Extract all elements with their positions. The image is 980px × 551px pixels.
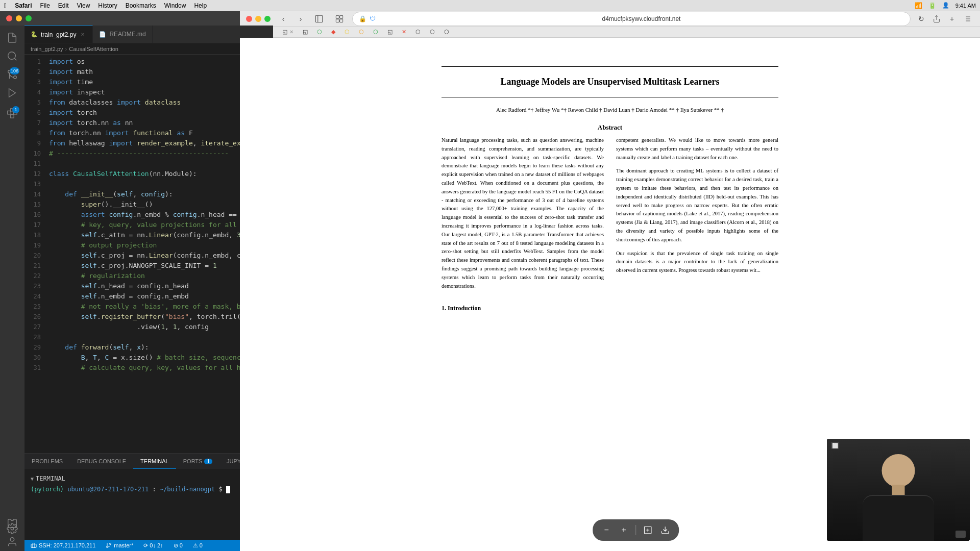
bookmark-item-8[interactable]: ⬡ — [355, 28, 368, 36]
bookmark-item-3[interactable]: ◱ ✕ — [278, 28, 298, 36]
safari-sidebar-button[interactable] — [311, 14, 327, 23]
status-ssh[interactable]: SSH: 207.211.170.211 — [29, 542, 97, 548]
panel-tabs-bar: PROBLEMS DEBUG CONSOLE TERMINAL PORTS 1 … — [24, 454, 273, 469]
pdf-zoom-out-button[interactable]: − — [599, 522, 614, 538]
vscode-close-button[interactable] — [6, 15, 12, 21]
menu-view[interactable]: View — [77, 2, 90, 9]
bookmark-icon-6: ◆ — [331, 29, 335, 35]
tab-train-gpt2[interactable]: 🐍 train_gpt2.py ✕ — [24, 26, 93, 43]
source-control-badge: 106 — [10, 67, 19, 74]
safari-share-button[interactable] — [930, 12, 943, 26]
bookmark-icon-9: ⬡ — [373, 29, 378, 35]
search-icon[interactable] — [4, 48, 20, 64]
system-icon-wifi[interactable]: 📶 — [915, 2, 922, 9]
svg-rect-8 — [11, 115, 14, 118]
bookmark-github-4[interactable]: ⬡ — [440, 28, 453, 36]
tab-readme[interactable]: 📄 README.md — [93, 26, 152, 43]
video-feed: ⬜ — [827, 439, 970, 541]
video-overlay[interactable]: ⬜ — [827, 439, 970, 541]
safari-tab-list-button[interactable] — [961, 12, 974, 26]
terminal-path: ~/build-nanogpt — [160, 486, 215, 493]
safari-bookmarks-bar: ⬡ ⊕ ✕ ◱ ✕ ◱ ⬡ ◆ — [240, 26, 980, 37]
menu-window[interactable]: Window — [164, 2, 186, 9]
system-clock: 9:41 AM — [955, 3, 976, 9]
bookmark-item-5[interactable]: ⬡ — [313, 28, 326, 36]
alcorn-link[interactable]: Alcorn et al., 2018 — [729, 219, 770, 225]
tab-debug-console[interactable]: DEBUG CONSOLE — [70, 454, 133, 469]
errors-label: ⊘ 0 — [174, 542, 183, 549]
bookmark-github-3[interactable]: ⬡ — [426, 28, 439, 36]
bookmark-github-2[interactable]: ⬡ — [411, 28, 425, 36]
tab-ports[interactable]: PORTS 1 — [176, 454, 219, 469]
safari-maximize-button[interactable] — [264, 16, 271, 22]
terminal-content[interactable]: ▼ TERMINAL (pytorch) ubuntu@207-211-170-… — [24, 469, 273, 540]
paper-abstract-heading: Abstract — [442, 122, 778, 133]
tab-terminal[interactable]: TERMINAL — [133, 454, 176, 469]
person-neck — [892, 485, 905, 495]
branch-icon — [106, 542, 112, 548]
code-editor[interactable]: 1 2 3 4 5 6 7 8 9 10 11 12 13 — [24, 55, 273, 453]
fit-page-icon — [643, 525, 652, 535]
code-content[interactable]: import os import math import time import… — [45, 55, 273, 453]
run-debug-icon[interactable] — [4, 85, 20, 101]
system-icon-user[interactable]: 👤 — [942, 2, 949, 9]
menu-file[interactable]: File — [40, 2, 50, 9]
status-sync[interactable]: ⟳ 0↓ 2↑ — [141, 542, 165, 549]
python-file-icon: 🐍 — [31, 31, 38, 38]
extensions-icon[interactable]: 1 — [4, 105, 20, 121]
source-control-icon[interactable]: 106 — [4, 66, 20, 83]
safari-content[interactable]: Language Models are Unsupervised Multita… — [240, 38, 980, 551]
bookmark-item-11[interactable]: ✕ — [398, 28, 410, 36]
safari-add-tab-button[interactable]: + — [945, 12, 959, 26]
pdf-download-button[interactable] — [657, 522, 673, 538]
pdf-controls: − + — [593, 519, 679, 541]
bookmark-item-4[interactable]: ◱ — [299, 28, 312, 36]
breadcrumb-class[interactable]: CausalSelfAttention — [69, 46, 118, 52]
files-icon[interactable] — [4, 30, 20, 46]
tab-problems[interactable]: PROBLEMS — [24, 454, 70, 469]
lock-icon: 🔒 — [359, 15, 366, 22]
status-errors[interactable]: ⊘ 0 — [172, 542, 185, 549]
safari-tab-overview[interactable] — [333, 12, 346, 26]
bookmark-close-3[interactable]: ✕ — [289, 29, 293, 35]
jia-link[interactable]: Jia & Liang, 2017 — [636, 219, 676, 225]
vscode-minimize-button[interactable] — [16, 15, 22, 21]
safari-actions: ↻ + — [915, 12, 974, 26]
safari-minimize-button[interactable] — [255, 16, 261, 22]
status-warnings[interactable]: ⚠ 0 — [191, 542, 205, 549]
pdf-fit-button[interactable] — [640, 522, 655, 538]
pdf-zoom-in-button[interactable]: + — [616, 522, 631, 538]
status-bar: SSH: 207.211.170.211 master* ⟳ 0↓ 2↑ ⊘ 0… — [24, 540, 273, 551]
bookmark-item-10[interactable]: ◱ — [383, 28, 397, 36]
status-branch[interactable]: master* — [104, 542, 135, 548]
safari-back-button[interactable]: ‹ — [277, 12, 290, 26]
system-icon-battery[interactable]: 🔋 — [928, 2, 936, 9]
bookmark-item-9[interactable]: ⬡ — [369, 28, 382, 36]
safari-forward-button[interactable]: › — [294, 12, 307, 26]
lake-link[interactable]: Lake et al., 2017 — [686, 211, 723, 216]
menu-history[interactable]: History — [98, 2, 117, 9]
menu-safari[interactable]: Safari — [15, 2, 32, 9]
menu-help[interactable]: Help — [194, 2, 207, 9]
svg-point-10 — [10, 538, 14, 541]
bookmark-item-7[interactable]: ⬡ — [340, 28, 354, 36]
svg-rect-11 — [31, 544, 36, 548]
apple-menu[interactable]:  — [4, 2, 7, 10]
bookmark-icon-10: ◱ — [387, 29, 393, 35]
menu-bookmarks[interactable]: Bookmarks — [126, 2, 156, 9]
bookmark-icon-11: ✕ — [402, 29, 406, 35]
breadcrumb-separator: › — [65, 46, 67, 52]
terminal-folder-header: ▼ TERMINAL — [31, 473, 267, 484]
tab-label-train: train_gpt2.py — [41, 31, 76, 38]
safari-url-bar[interactable]: 🔒 🛡 d4mucfpksywv.cloudfront.net — [352, 12, 911, 26]
menu-edit[interactable]: Edit — [58, 2, 69, 9]
account-icon[interactable] — [4, 534, 20, 550]
bookmark-item-6[interactable]: ◆ — [327, 28, 339, 36]
video-minimize-button[interactable]: ⬜ — [831, 442, 839, 449]
vscode-maximize-button[interactable] — [26, 15, 32, 21]
safari-close-button[interactable] — [246, 16, 252, 22]
svg-point-14 — [107, 546, 108, 548]
safari-reload-button[interactable]: ↻ — [915, 12, 928, 26]
breadcrumb-file[interactable]: train_gpt2.py — [31, 46, 63, 52]
tab-close-train[interactable]: ✕ — [79, 31, 86, 38]
